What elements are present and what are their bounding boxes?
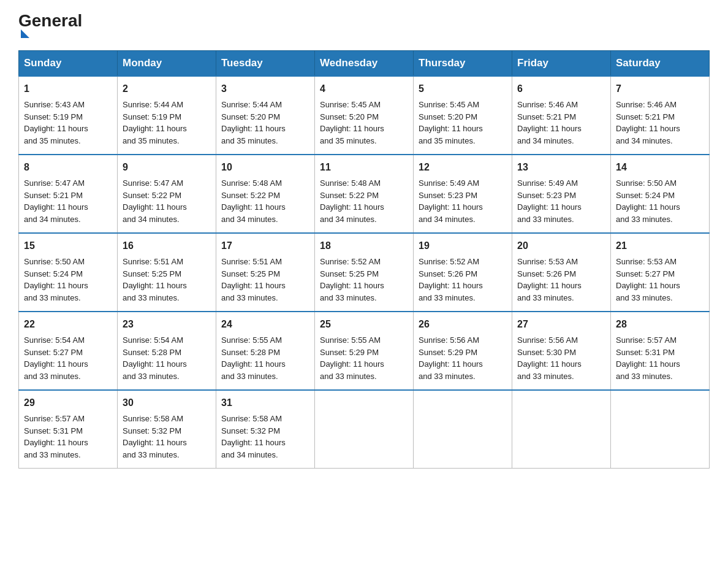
daylight-minutes: and 34 minutes. [24, 215, 81, 224]
sunset-label: Sunset: 5:19 PM [123, 112, 181, 121]
sunrise-label: Sunrise: 5:47 AM [24, 178, 85, 188]
sunrise-label: Sunrise: 5:51 AM [221, 257, 282, 266]
sunrise-label: Sunrise: 5:52 AM [419, 257, 479, 266]
day-number: 21 [616, 239, 704, 253]
daylight-minutes: and 34 minutes. [517, 136, 574, 145]
sunrise-label: Sunrise: 5:52 AM [320, 257, 381, 266]
sunrise-label: Sunrise: 5:58 AM [123, 414, 183, 423]
calendar-table: SundayMondayTuesdayWednesdayThursdayFrid… [18, 50, 710, 469]
daylight-minutes: and 35 minutes. [419, 136, 476, 145]
daylight-label: Daylight: 11 hours [320, 202, 384, 212]
daylight-minutes: and 34 minutes. [320, 215, 377, 224]
day-number: 25 [320, 317, 408, 332]
sunset-label: Sunset: 5:19 PM [24, 112, 83, 121]
sunrise-label: Sunrise: 5:58 AM [221, 414, 282, 423]
daylight-minutes: and 33 minutes. [616, 293, 673, 302]
day-header-wednesday: Wednesday [315, 51, 414, 77]
week-row-1: 1 Sunrise: 5:43 AM Sunset: 5:19 PM Dayli… [19, 76, 710, 155]
day-number: 3 [221, 82, 309, 96]
day-number: 24 [221, 317, 309, 332]
day-number: 16 [123, 239, 211, 253]
daylight-minutes: and 35 minutes. [221, 136, 278, 145]
daylight-label: Daylight: 11 hours [320, 124, 384, 133]
logo-general-text: General [18, 12, 82, 29]
daylight-label: Daylight: 11 hours [24, 438, 88, 447]
sunset-label: Sunset: 5:21 PM [616, 112, 675, 121]
sunrise-label: Sunrise: 5:53 AM [616, 257, 677, 266]
calendar-cell: 25 Sunrise: 5:55 AM Sunset: 5:29 PM Dayl… [315, 312, 414, 390]
sunset-label: Sunset: 5:21 PM [517, 112, 576, 121]
daylight-label: Daylight: 11 hours [123, 202, 187, 212]
day-header-tuesday: Tuesday [216, 51, 315, 77]
day-header-friday: Friday [512, 51, 611, 77]
sunrise-label: Sunrise: 5:51 AM [123, 257, 183, 266]
sunset-label: Sunset: 5:25 PM [221, 269, 280, 278]
calendar-cell: 3 Sunrise: 5:44 AM Sunset: 5:20 PM Dayli… [216, 76, 315, 155]
week-row-2: 8 Sunrise: 5:47 AM Sunset: 5:21 PM Dayli… [19, 155, 710, 233]
daylight-label: Daylight: 11 hours [221, 281, 286, 290]
sunset-label: Sunset: 5:24 PM [616, 191, 675, 200]
day-number: 9 [123, 160, 211, 175]
sunset-label: Sunset: 5:21 PM [24, 191, 83, 200]
calendar-cell: 26 Sunrise: 5:56 AM Sunset: 5:29 PM Dayl… [414, 312, 512, 390]
calendar-cell: 31 Sunrise: 5:58 AM Sunset: 5:32 PM Dayl… [216, 390, 315, 469]
calendar-cell [611, 390, 710, 469]
daylight-minutes: and 33 minutes. [24, 372, 81, 381]
daylight-minutes: and 33 minutes. [123, 293, 180, 302]
daylight-minutes: and 33 minutes. [517, 372, 574, 381]
calendar-cell: 30 Sunrise: 5:58 AM Sunset: 5:32 PM Dayl… [118, 390, 216, 469]
sunrise-label: Sunrise: 5:45 AM [320, 100, 381, 109]
calendar-cell: 15 Sunrise: 5:50 AM Sunset: 5:24 PM Dayl… [19, 233, 118, 312]
sunset-label: Sunset: 5:28 PM [123, 348, 181, 357]
logo: General [18, 12, 82, 39]
day-number: 27 [517, 317, 605, 332]
daylight-label: Daylight: 11 hours [24, 281, 88, 290]
sunrise-label: Sunrise: 5:48 AM [221, 178, 282, 188]
sunrise-label: Sunrise: 5:57 AM [24, 414, 85, 423]
sunset-label: Sunset: 5:31 PM [24, 426, 83, 435]
sunset-label: Sunset: 5:26 PM [517, 269, 576, 278]
day-header-saturday: Saturday [611, 51, 710, 77]
sunset-label: Sunset: 5:28 PM [221, 348, 280, 357]
calendar-cell: 19 Sunrise: 5:52 AM Sunset: 5:26 PM Dayl… [414, 233, 512, 312]
sunset-label: Sunset: 5:20 PM [221, 112, 280, 121]
calendar-cell: 22 Sunrise: 5:54 AM Sunset: 5:27 PM Dayl… [19, 312, 118, 390]
calendar-cell: 8 Sunrise: 5:47 AM Sunset: 5:21 PM Dayli… [19, 155, 118, 233]
daylight-minutes: and 34 minutes. [221, 450, 278, 459]
sunrise-label: Sunrise: 5:54 AM [123, 335, 183, 345]
week-row-3: 15 Sunrise: 5:50 AM Sunset: 5:24 PM Dayl… [19, 233, 710, 312]
sunset-label: Sunset: 5:27 PM [616, 269, 675, 278]
daylight-minutes: and 33 minutes. [320, 372, 377, 381]
calendar-cell: 5 Sunrise: 5:45 AM Sunset: 5:20 PM Dayli… [414, 76, 512, 155]
sunset-label: Sunset: 5:26 PM [419, 269, 477, 278]
day-number: 8 [24, 160, 112, 175]
week-row-4: 22 Sunrise: 5:54 AM Sunset: 5:27 PM Dayl… [19, 312, 710, 390]
daylight-minutes: and 33 minutes. [123, 372, 180, 381]
daylight-label: Daylight: 11 hours [320, 359, 384, 369]
calendar-cell: 27 Sunrise: 5:56 AM Sunset: 5:30 PM Dayl… [512, 312, 611, 390]
day-number: 20 [517, 239, 605, 253]
calendar-cell: 28 Sunrise: 5:57 AM Sunset: 5:31 PM Dayl… [611, 312, 710, 390]
daylight-label: Daylight: 11 hours [221, 202, 286, 212]
calendar-cell: 7 Sunrise: 5:46 AM Sunset: 5:21 PM Dayli… [611, 76, 710, 155]
logo-blue-text [18, 29, 29, 39]
calendar-cell: 11 Sunrise: 5:48 AM Sunset: 5:22 PM Dayl… [315, 155, 414, 233]
daylight-label: Daylight: 11 hours [221, 359, 286, 369]
day-number: 10 [221, 160, 309, 175]
daylight-minutes: and 35 minutes. [24, 136, 81, 145]
calendar-header-row: SundayMondayTuesdayWednesdayThursdayFrid… [19, 51, 710, 77]
week-row-5: 29 Sunrise: 5:57 AM Sunset: 5:31 PM Dayl… [19, 390, 710, 469]
calendar-cell: 4 Sunrise: 5:45 AM Sunset: 5:20 PM Dayli… [315, 76, 414, 155]
daylight-label: Daylight: 11 hours [517, 202, 582, 212]
daylight-label: Daylight: 11 hours [419, 124, 483, 133]
day-number: 17 [221, 239, 309, 253]
daylight-minutes: and 33 minutes. [24, 450, 81, 459]
sunset-label: Sunset: 5:24 PM [24, 269, 83, 278]
daylight-label: Daylight: 11 hours [616, 202, 680, 212]
daylight-label: Daylight: 11 hours [221, 438, 286, 447]
day-number: 18 [320, 239, 408, 253]
calendar-cell: 17 Sunrise: 5:51 AM Sunset: 5:25 PM Dayl… [216, 233, 315, 312]
day-number: 5 [419, 82, 507, 96]
daylight-minutes: and 34 minutes. [123, 215, 180, 224]
daylight-label: Daylight: 11 hours [419, 359, 483, 369]
